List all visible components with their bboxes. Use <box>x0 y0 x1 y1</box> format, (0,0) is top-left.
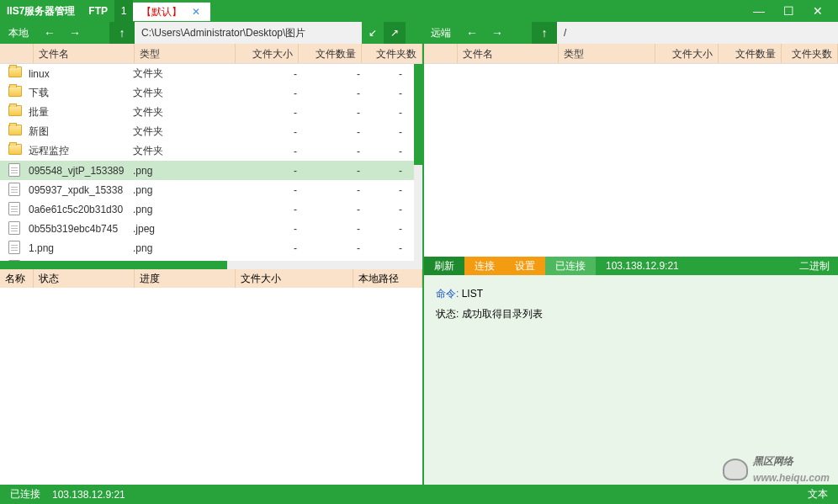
maximize-button[interactable]: ☐ <box>783 4 794 18</box>
cell-size: - <box>234 88 297 99</box>
transfer-col-status[interactable]: 状态 <box>34 269 135 288</box>
remote-nav-forward-icon[interactable]: → <box>485 26 510 40</box>
local-label: 本地 <box>0 26 37 40</box>
nav-up-icon[interactable]: ↑ <box>109 22 135 44</box>
cell-count: - <box>297 223 360 235</box>
log-area[interactable]: 命令: LIST 状态: 成功取得目录列表 黑区网络 www.heiqu.com <box>424 275 838 485</box>
statusbar-address: 103.138.12.9:21 <box>52 489 125 501</box>
table-row[interactable]: 0a6e61c5c20b31d30.png--- <box>0 199 422 219</box>
cell-count: - <box>297 204 360 215</box>
file-icon <box>8 183 24 198</box>
title-bar: IIS7服务器管理 FTP 1 【默认】 ✕ — ☐ ✕ <box>0 0 838 22</box>
close-tab-icon[interactable]: ✕ <box>190 6 202 18</box>
cell-size: - <box>234 107 297 119</box>
table-row[interactable]: 1.png.png--- <box>0 238 422 257</box>
cell-fcount: - <box>360 126 402 138</box>
cell-count: - <box>297 146 360 157</box>
cell-type: 文件夹 <box>133 105 234 119</box>
connect-button[interactable]: 连接 <box>464 257 505 275</box>
statusbar-status: 已连接 <box>10 487 40 501</box>
cell-type: 文件夹 <box>133 66 234 81</box>
log-status-label: 状态: <box>436 308 459 320</box>
scrollbar-thumb[interactable] <box>414 64 422 165</box>
close-button[interactable]: ✕ <box>813 4 823 18</box>
remote-file-list[interactable] <box>424 64 838 257</box>
cell-size: - <box>234 184 297 196</box>
table-row[interactable]: 新图文件夹--- <box>0 122 422 141</box>
window-buttons: — ☐ ✕ <box>753 4 838 18</box>
statusbar-encoding: 文本 <box>808 487 828 501</box>
log-status-value: 成功取得目录列表 <box>462 308 543 320</box>
remote-path-input[interactable] <box>557 22 838 44</box>
table-row[interactable]: 095937_xpdk_15338.png--- <box>0 180 422 199</box>
remote-col-size[interactable]: 文件大小 <box>655 44 719 63</box>
cell-size: - <box>234 126 297 138</box>
cell-fcount: - <box>360 165 402 177</box>
cell-count: - <box>297 107 360 119</box>
transfer-col-progress[interactable]: 进度 <box>135 269 236 288</box>
nav-back-icon[interactable]: ← <box>37 26 62 40</box>
table-row[interactable]: 批量文件夹--- <box>0 103 422 122</box>
path-row: 本地 ← → ↑ ↙ ↗ 远端 ← → ↑ <box>0 22 838 44</box>
local-col-name[interactable]: 文件名 <box>34 44 135 63</box>
session-tab[interactable]: 【默认】 ✕ <box>133 3 210 21</box>
remote-nav-up-icon[interactable]: ↑ <box>532 22 557 44</box>
cell-size: - <box>234 146 297 157</box>
local-col-type[interactable]: 类型 <box>135 44 236 63</box>
transfer-mode[interactable]: 二进制 <box>799 259 838 273</box>
cell-count: - <box>297 242 360 254</box>
local-col-fcount[interactable]: 文件夹数 <box>362 44 422 63</box>
local-nav: 本地 ← → ↑ <box>0 22 135 44</box>
settings-button[interactable]: 设置 <box>505 257 545 275</box>
transfer-col-size[interactable]: 文件大小 <box>236 269 353 288</box>
ftp-label: FTP <box>82 5 114 17</box>
cell-count: - <box>297 88 360 99</box>
local-hscrollbar[interactable] <box>0 261 422 269</box>
transfer-col-name[interactable]: 名称 <box>0 269 34 288</box>
cell-type: .png <box>133 242 234 254</box>
local-col-count[interactable]: 文件数量 <box>299 44 362 63</box>
refresh-button[interactable]: 刷新 <box>424 257 464 275</box>
local-pane: 文件名 类型 文件大小 文件数量 文件夹数 linux文件夹---下载文件夹--… <box>0 44 424 485</box>
cell-count: - <box>297 68 360 80</box>
connection-status: 已连接 <box>545 257 596 275</box>
hscroll-thumb[interactable] <box>0 261 227 269</box>
cell-type: 文件夹 <box>133 86 234 100</box>
folder-icon <box>8 125 24 140</box>
folder-icon <box>8 105 24 120</box>
cell-type: .jpeg <box>133 223 234 235</box>
cell-name: 新图 <box>29 125 133 139</box>
log-cmd-value: LIST <box>462 288 483 300</box>
file-icon <box>8 221 24 236</box>
table-row[interactable]: linux文件夹--- <box>0 64 422 83</box>
cell-size: - <box>234 223 297 235</box>
remote-nav-back-icon[interactable]: ← <box>459 26 485 40</box>
local-file-list[interactable]: linux文件夹---下载文件夹---批量文件夹---新图文件夹---远程监控文… <box>0 64 422 261</box>
shrink-icon[interactable]: ↙ <box>362 22 384 44</box>
nav-forward-icon[interactable]: → <box>62 26 88 40</box>
remote-col-count[interactable]: 文件数量 <box>719 44 782 63</box>
cell-count: - <box>297 165 360 177</box>
remote-col-fcount[interactable]: 文件夹数 <box>782 44 838 63</box>
cell-fcount: - <box>360 88 402 99</box>
remote-col-name[interactable]: 文件名 <box>458 44 559 63</box>
cell-type: 文件夹 <box>133 144 234 158</box>
transfer-col-path[interactable]: 本地路径 <box>353 269 422 288</box>
cell-fcount: - <box>360 242 402 254</box>
remote-col-type[interactable]: 类型 <box>559 44 655 63</box>
local-path-input[interactable] <box>135 22 362 44</box>
expand-icon[interactable]: ↗ <box>384 22 406 44</box>
tab-number[interactable]: 1 <box>114 0 133 22</box>
status-bar: 已连接 103.138.12.9:21 文本 <box>0 485 838 504</box>
transfer-list[interactable] <box>0 288 422 485</box>
local-col-size[interactable]: 文件大小 <box>236 44 299 63</box>
table-row[interactable]: 0b55b319ebc4b745.jpeg--- <box>0 219 422 238</box>
local-vscrollbar[interactable] <box>414 64 422 261</box>
folder-icon <box>8 66 24 82</box>
table-row[interactable]: 095548_vjtP_153389.png--- <box>0 161 422 180</box>
file-icon <box>8 241 24 256</box>
minimize-button[interactable]: — <box>753 4 765 18</box>
table-row[interactable]: 远程监控文件夹--- <box>0 141 422 161</box>
table-row[interactable]: 下载文件夹--- <box>0 83 422 103</box>
cell-size: - <box>234 165 297 177</box>
